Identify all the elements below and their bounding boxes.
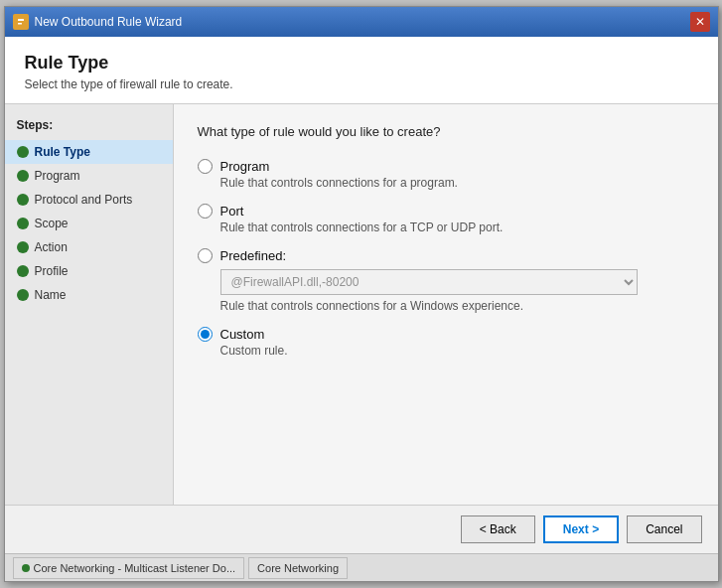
taskbar-item-2[interactable]: Core Networking: [248, 557, 348, 579]
option-predefined-row: Predefined:: [198, 248, 694, 263]
step-dot-name: [17, 289, 29, 301]
taskbar-item-1-label: Core Networking - Multicast Listener Do.…: [34, 562, 236, 574]
step-dot-protocol-ports: [17, 194, 29, 206]
step-dot-scope: [17, 218, 29, 229]
steps-panel: Steps: Rule Type Program Protocol and Po…: [5, 104, 174, 505]
taskbar-item-1[interactable]: Core Networking - Multicast Listener Do.…: [13, 557, 245, 579]
predefined-dropdown-container: @FirewallAPI.dll,-80200: [220, 269, 638, 295]
step-program[interactable]: Program: [5, 164, 173, 188]
radio-custom-label[interactable]: Custom: [220, 327, 265, 342]
dialog-header: Rule Type Select the type of firewall ru…: [5, 37, 718, 104]
page-subtitle: Select the type of firewall rule to crea…: [25, 77, 698, 91]
taskbar-dot-1: [22, 564, 30, 572]
taskbar-item-2-label: Core Networking: [257, 562, 339, 574]
window-title: New Outbound Rule Wizard: [35, 15, 183, 29]
radio-program-desc: Rule that controls connections for a pro…: [220, 176, 694, 190]
dialog-footer: < Back Next > Cancel: [5, 505, 718, 553]
step-action[interactable]: Action: [5, 235, 173, 259]
radio-predefined-desc: Rule that controls connections for a Win…: [220, 299, 694, 313]
predefined-select[interactable]: @FirewallAPI.dll,-80200: [220, 269, 638, 295]
option-predefined: Predefined: @FirewallAPI.dll,-80200 Rule…: [198, 248, 694, 313]
title-bar: New Outbound Rule Wizard ✕: [5, 7, 718, 37]
radio-port-desc: Rule that controls connections for a TCP…: [220, 220, 694, 234]
svg-rect-1: [18, 19, 24, 21]
radio-port-label[interactable]: Port: [220, 204, 244, 219]
steps-label: Steps:: [5, 114, 173, 140]
radio-predefined-label[interactable]: Predefined:: [220, 248, 287, 263]
taskbar: Core Networking - Multicast Listener Do.…: [5, 553, 718, 581]
option-custom-row: Custom: [198, 327, 694, 342]
title-bar-left: New Outbound Rule Wizard: [13, 14, 183, 30]
app-icon: [13, 14, 29, 30]
step-dot-action: [17, 241, 29, 253]
dialog-body: Steps: Rule Type Program Protocol and Po…: [5, 104, 718, 505]
cancel-button[interactable]: Cancel: [627, 515, 701, 543]
step-scope[interactable]: Scope: [5, 212, 173, 235]
step-profile[interactable]: Profile: [5, 259, 173, 283]
radio-predefined[interactable]: [198, 248, 213, 263]
wizard-window: New Outbound Rule Wizard ✕ Rule Type Sel…: [4, 6, 719, 582]
radio-custom[interactable]: [198, 327, 213, 342]
step-dot-rule-type: [17, 146, 29, 158]
step-dot-program: [17, 170, 29, 182]
next-button[interactable]: Next >: [543, 515, 619, 543]
step-name[interactable]: Name: [5, 283, 173, 307]
back-button[interactable]: < Back: [461, 515, 535, 543]
radio-custom-desc: Custom rule.: [220, 344, 694, 358]
svg-rect-0: [16, 17, 26, 27]
close-button[interactable]: ✕: [690, 12, 710, 32]
radio-program[interactable]: [198, 159, 213, 174]
radio-program-label[interactable]: Program: [220, 159, 270, 174]
page-title: Rule Type: [25, 53, 698, 74]
radio-port[interactable]: [198, 204, 213, 219]
svg-rect-2: [18, 23, 22, 25]
option-program: Program Rule that controls connections f…: [198, 159, 694, 190]
option-port: Port Rule that controls connections for …: [198, 204, 694, 234]
step-rule-type[interactable]: Rule Type: [5, 140, 173, 164]
option-custom: Custom Custom rule.: [198, 327, 694, 358]
option-program-row: Program: [198, 159, 694, 174]
option-port-row: Port: [198, 204, 694, 219]
content-panel: What type of rule would you like to crea…: [174, 104, 718, 505]
content-question: What type of rule would you like to crea…: [198, 124, 694, 139]
step-protocol-ports[interactable]: Protocol and Ports: [5, 188, 173, 212]
step-dot-profile: [17, 265, 29, 277]
